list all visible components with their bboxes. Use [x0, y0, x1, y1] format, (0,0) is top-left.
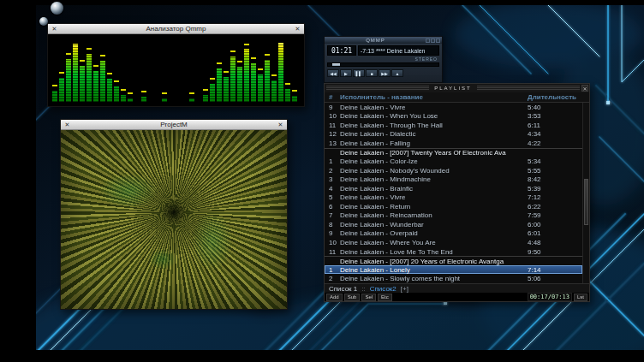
track-duration: 4:22	[528, 139, 582, 147]
previous-button[interactable]: ◀◀	[327, 69, 339, 77]
playlist-titlebar[interactable]: PLAYLIST ✕	[325, 84, 589, 92]
analyzer-bar	[230, 38, 236, 102]
window-menu-icon[interactable]: ✕	[63, 121, 71, 128]
playlist-row[interactable]: 13Deine Lakaien - Falling4:22	[325, 139, 582, 148]
track-number: 11	[325, 122, 340, 129]
track-title: Deine Lakaien - [2007] Twenty Years Of E…	[340, 149, 528, 157]
stop-button[interactable]: ■	[366, 69, 378, 77]
track-duration: 6:00	[528, 221, 582, 228]
analyzer-bar	[93, 38, 98, 102]
analyzer-bar	[169, 38, 174, 102]
analyzer-bar	[203, 38, 208, 102]
analyzer-bar	[271, 38, 277, 102]
track-number: 2	[325, 167, 340, 175]
scrollbar-thumb[interactable]	[584, 179, 588, 226]
analyzer-bar	[210, 38, 215, 102]
titlebar-ridge	[326, 86, 429, 91]
track-duration: 6:01	[528, 229, 582, 237]
playlist-row[interactable]: 8Deine Lakaien - Wunderbar6:00	[325, 220, 582, 229]
analyzer-bar	[265, 38, 270, 102]
tab-playlist-2[interactable]: Список2	[370, 285, 397, 293]
close-button[interactable]	[436, 39, 440, 43]
analyzer-bar	[148, 38, 153, 102]
playlist-row[interactable]: 12Deine Lakaien - Dialectic4:34	[325, 130, 582, 139]
minimize-button[interactable]	[426, 39, 430, 43]
analyzer-bar	[285, 38, 290, 102]
playlist-row[interactable]: 11Deine Lakaien - Love Me To The End9:50	[325, 247, 582, 257]
projectm-visualization	[61, 130, 287, 309]
track-number: 11	[325, 248, 340, 256]
playlist-row[interactable]: 4Deine Lakaien - Brainfic5:39	[325, 184, 582, 193]
playlist-row[interactable]: 7Deine Lakaien - Reincarnation7:59	[325, 211, 582, 221]
position-slider[interactable]	[327, 62, 439, 67]
playlist-row[interactable]: 10Deine Lakaien - When You Lose3:53	[325, 112, 582, 122]
track-number: 7	[325, 211, 340, 219]
desktop-orb-icon[interactable]	[51, 2, 63, 15]
playlist-close-icon[interactable]: ✕	[581, 85, 588, 92]
track-number: 2	[325, 275, 340, 282]
projectm-close-icon[interactable]: ✕	[277, 121, 284, 128]
track-number: 9	[325, 229, 340, 237]
track-duration: 5:55	[528, 167, 582, 175]
playlist-scrollbar[interactable]	[582, 103, 589, 283]
track-number: 6	[325, 203, 340, 211]
track-title: Deine Lakaien - Falling	[340, 139, 528, 147]
sel-button[interactable]: Sel	[361, 294, 376, 301]
player-titlebar[interactable]: QMMP	[325, 37, 442, 44]
analyzer-bar	[176, 38, 181, 102]
analyzer-bar	[162, 38, 167, 102]
playlist-row[interactable]: 10Deine Lakaien - Where You Are4:48	[325, 238, 582, 247]
new-tab-button[interactable]: [+]	[401, 285, 408, 293]
track-duration: 5:06	[528, 275, 582, 282]
list-menu-button[interactable]: Lst	[574, 294, 587, 301]
next-button[interactable]: ▶▶	[379, 69, 391, 77]
playlist-row[interactable]: 1Deine Lakaien - Color-Ize5:34	[325, 157, 582, 166]
playlist-row[interactable]: 2Deine Lakaien - Slowly comes the night5…	[325, 274, 582, 283]
analyzer-bar	[217, 38, 222, 102]
playlist-window: PLAYLIST ✕ # Исполнитель - название Длит…	[324, 83, 590, 302]
track-title: Deine Lakaien - Vivre	[340, 193, 528, 201]
analyzer-title: Анализатор Qmmp	[58, 24, 294, 34]
analyzer-bar	[52, 38, 57, 102]
analyzer-bar	[278, 38, 283, 102]
track-title: Deine Lakaien - When You Lose	[340, 112, 528, 120]
projectm-titlebar[interactable]: ✕ ProjectM ✕	[61, 120, 287, 130]
playlist-row[interactable]: 9Deine Lakaien - Vivre5:40	[325, 103, 582, 112]
playlist-row[interactable]: 6Deine Lakaien - Return6:22	[325, 202, 582, 211]
pause-button[interactable]: ▌▌	[353, 69, 365, 77]
analyzer-window: ✕ Анализатор Qmmp ✕	[47, 23, 305, 107]
playlist-row[interactable]: 5Deine Lakaien - Vivre7:12	[325, 193, 582, 202]
etc-button[interactable]: Etc	[378, 294, 392, 301]
track-title: Deine Lakaien - Overpaid	[340, 229, 528, 237]
player-info-row: STEREO	[325, 56, 442, 62]
playlist-tab-bar: Список 1 :: Список2 [+]	[325, 283, 589, 293]
analyzer-close-icon[interactable]: ✕	[294, 25, 301, 33]
playlist-group-row[interactable]: Deine Lakaien - [2007] 20 Years of Elect…	[325, 256, 582, 265]
analyzer-bar	[141, 38, 146, 102]
add-button[interactable]: Add	[326, 294, 343, 301]
eject-button[interactable]: ▲	[391, 69, 403, 77]
track-duration: 8:42	[528, 175, 582, 183]
position-slider-thumb[interactable]	[332, 63, 340, 66]
screen-border-top	[0, 0, 644, 5]
playlist-row[interactable]: 9Deine Lakaien - Overpaid6:01	[325, 229, 582, 239]
analyzer-bar	[80, 38, 85, 102]
time-display[interactable]: 01:21	[327, 45, 356, 56]
analyzer-titlebar[interactable]: ✕ Анализатор Qmmp ✕	[48, 24, 304, 34]
playlist-row[interactable]: 1Deine Lakaien - Lonely7:14	[325, 265, 582, 275]
playlist-row[interactable]: 2Deine Lakaien - Nobody's Wounded5:55	[325, 166, 582, 175]
track-number: 9	[325, 104, 340, 111]
shade-button[interactable]	[431, 39, 435, 43]
analyzer-bar	[73, 38, 78, 102]
track-title: Deine Lakaien - Slowly comes the night	[340, 275, 528, 282]
playlist-group-row[interactable]: Deine Lakaien - [2007] Twenty Years Of E…	[325, 148, 582, 157]
sub-button[interactable]: Sub	[344, 294, 361, 301]
playlist-row[interactable]: 3Deine Lakaien - Mindmachine8:42	[325, 175, 582, 184]
playlist-row[interactable]: 11Deine Lakaien - Through The Hall6:11	[325, 121, 582, 130]
play-button[interactable]: ▶	[340, 69, 352, 77]
window-menu-icon[interactable]: ✕	[51, 25, 58, 33]
tab-playlist-1[interactable]: Список 1	[329, 285, 357, 293]
analyzer-bar	[196, 38, 201, 102]
track-duration: 5:40	[528, 104, 582, 111]
playlist-rows: 9Deine Lakaien - Vivre5:4010Deine Lakaie…	[325, 103, 582, 283]
